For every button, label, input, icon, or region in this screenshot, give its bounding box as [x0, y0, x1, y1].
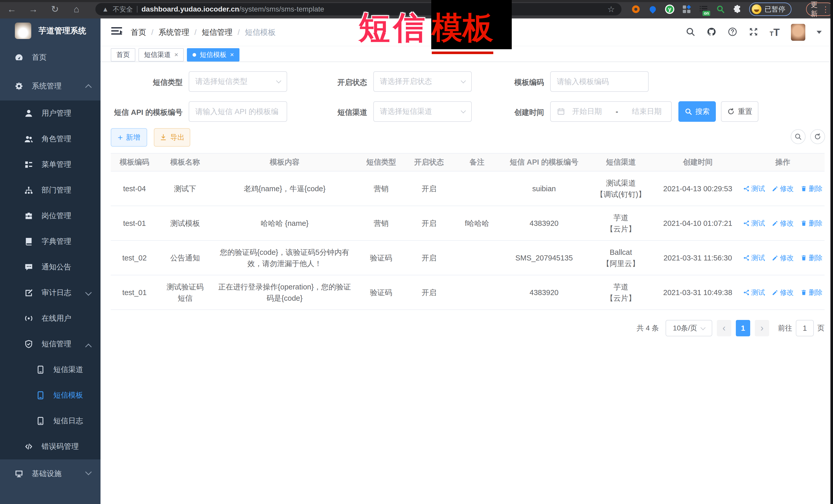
tab-短信渠道[interactable]: 短信渠道× — [139, 48, 184, 62]
show-search-toggle-button[interactable] — [791, 129, 806, 144]
tab-bar: 首页短信渠道×短信模板× — [100, 46, 830, 62]
refresh-table-button[interactable] — [810, 129, 825, 144]
delete-link[interactable]: 删除 — [801, 183, 823, 194]
grid-icon[interactable] — [682, 5, 691, 14]
fullscreen-icon[interactable] — [748, 27, 758, 38]
sidebar-item-短信渠道[interactable]: 短信渠道 — [0, 357, 100, 383]
user-avatar[interactable] — [791, 24, 805, 41]
next-page-button[interactable]: › — [755, 320, 769, 336]
sidebar-item-基础设施[interactable]: 基础设施 — [0, 459, 100, 488]
edit-link[interactable]: 修改 — [772, 287, 794, 298]
sidebar-item-label: 错误码管理 — [42, 441, 79, 452]
sidebar-item-通知公告[interactable]: 通知公告 — [0, 254, 100, 280]
end-date-placeholder: 结束日期 — [628, 106, 665, 117]
orange-ring-icon[interactable] — [631, 5, 640, 14]
back-icon[interactable]: ← — [6, 4, 18, 15]
filter-label-短信渠道: 短信渠道 — [257, 107, 367, 118]
table-cell: 开启 — [405, 171, 453, 206]
code-icon — [24, 442, 33, 451]
table-cell: 您的验证码{code}，该验证码5分钟内有效，请勿泄漏于他人！ — [212, 240, 357, 275]
filter-input-field[interactable] — [557, 77, 642, 86]
search-icon[interactable] — [686, 27, 695, 38]
forward-icon[interactable]: → — [28, 4, 39, 15]
table-cell: 测试模板 — [158, 206, 212, 240]
delete-link[interactable]: 删除 — [801, 252, 823, 264]
update-label: 更新 — [811, 0, 817, 19]
github-icon[interactable] — [707, 27, 716, 38]
close-tab-icon[interactable]: × — [174, 51, 178, 59]
sidebar-item-部门管理[interactable]: 部门管理 — [0, 177, 100, 203]
sidebar-item-在线用户[interactable]: 在线用户 — [0, 306, 100, 331]
filter-daterange-创建时间[interactable]: 开始日期-结束日期 — [550, 101, 672, 122]
breadcrumb-separator: / — [151, 28, 153, 37]
filter-label-开启状态: 开启状态 — [257, 77, 367, 88]
test-link[interactable]: 测试 — [743, 183, 765, 194]
page-url[interactable]: dashboard.yudao.iocoder.cn/system/sms/sm… — [142, 5, 324, 13]
goto-page-input[interactable] — [796, 320, 814, 336]
sidebar-item-岗位管理[interactable]: 岗位管理 — [0, 203, 100, 229]
sidebar-item-label: 系统管理 — [32, 81, 62, 91]
chevron-down-icon — [701, 325, 706, 330]
edit-link[interactable]: 修改 — [772, 252, 794, 264]
magnifier-icon[interactable] — [716, 5, 725, 14]
search-button[interactable]: 搜索 — [679, 101, 716, 122]
test-link[interactable]: 测试 — [743, 218, 765, 229]
close-tab-icon[interactable]: × — [230, 51, 234, 59]
phone-icon — [36, 416, 45, 426]
export-button[interactable]: 导出 — [154, 128, 190, 147]
sidebar-item-首页[interactable]: 首页 — [0, 43, 100, 72]
caret-down-icon[interactable] — [816, 31, 822, 34]
add-button[interactable]: + 新增 — [111, 128, 147, 147]
home-icon[interactable]: ⌂ — [71, 4, 82, 15]
tab-短信模板[interactable]: 短信模板× — [187, 48, 239, 62]
puzzle-icon[interactable] — [733, 5, 742, 14]
sidebar-item-label: 审计日志 — [42, 288, 71, 298]
breadcrumb-item-短信管理[interactable]: 短信管理 — [202, 27, 233, 38]
sidebar-item-错误码管理[interactable]: 错误码管理 — [0, 434, 100, 459]
sidebar-item-用户管理[interactable]: 用户管理 — [0, 100, 100, 126]
bookmark-star-icon[interactable]: ☆ — [608, 4, 615, 14]
sidebar-item-短信管理[interactable]: 短信管理 — [0, 331, 100, 357]
sidebar-item-菜单管理[interactable]: 菜单管理 — [0, 152, 100, 177]
table-cell: 营销 — [357, 206, 405, 240]
browser-menu-icon[interactable]: ⋮ — [822, 5, 829, 14]
font-size-icon[interactable]: TT — [770, 27, 780, 38]
main-content: 短信类型请选择短信类型开启状态请选择开启状态模板编码 短信 API 的模板编号短… — [100, 62, 830, 504]
share-icon — [743, 220, 750, 226]
sidebar-item-短信模板[interactable]: 短信模板 — [0, 383, 100, 408]
list-on-icon[interactable]: on — [699, 5, 708, 14]
edit-link[interactable]: 修改 — [772, 218, 794, 229]
browser-profile-badge[interactable]: 已暂停 — [749, 3, 791, 16]
delete-link[interactable]: 删除 — [801, 287, 823, 298]
address-bar[interactable]: ▲ 不安全 dashboard.yudao.iocoder.cn/system/… — [95, 3, 621, 16]
edit-link[interactable]: 修改 — [772, 183, 794, 194]
sidebar-item-label: 岗位管理 — [42, 211, 71, 221]
breadcrumb-item-首页[interactable]: 首页 — [131, 27, 146, 38]
table-cell-channel: 芋道【云片】 — [587, 206, 654, 240]
collapse-sidebar-icon[interactable] — [111, 27, 122, 37]
sidebar-item-审计日志[interactable]: 审计日志 — [0, 280, 100, 306]
test-link[interactable]: 测试 — [743, 287, 765, 298]
sidebar-item-字典管理[interactable]: 字典管理 — [0, 229, 100, 254]
location-pin-icon[interactable] — [648, 5, 658, 14]
reload-icon[interactable]: ↻ — [49, 4, 61, 15]
prev-page-button[interactable]: ‹ — [717, 320, 731, 336]
delete-icon — [801, 185, 807, 192]
window-edge — [830, 0, 833, 504]
delete-link[interactable]: 删除 — [801, 218, 823, 229]
app-title: 芋道管理系统 — [39, 25, 86, 36]
sidebar-item-短信日志[interactable]: 短信日志 — [0, 408, 100, 434]
sidebar-item-系统管理[interactable]: 系统管理 — [0, 72, 100, 100]
green-y-icon[interactable]: y — [665, 5, 674, 14]
help-icon[interactable] — [728, 27, 737, 38]
current-page[interactable]: 1 — [736, 320, 750, 336]
browser-update-button[interactable]: 更新 ⋮ — [806, 3, 833, 16]
reset-button[interactable]: 重置 — [721, 101, 758, 122]
test-link[interactable]: 测试 — [743, 252, 765, 264]
sidebar-item-角色管理[interactable]: 角色管理 — [0, 126, 100, 152]
tab-首页[interactable]: 首页 — [111, 48, 135, 62]
filter-input-模板编码[interactable] — [550, 71, 649, 92]
breadcrumb-item-系统管理[interactable]: 系统管理 — [159, 27, 189, 38]
app-logo[interactable]: 芋道管理系统 — [0, 19, 100, 43]
page-size-select[interactable]: 10条/页 — [666, 320, 712, 336]
